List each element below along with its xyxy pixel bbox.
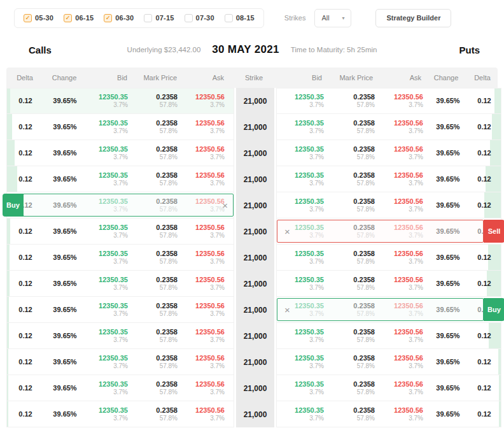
call-row: 0.12 39.65% 12350.353.7% 0.235857.8% 123…	[6, 114, 234, 140]
call-mark-price-cell: 0.235857.8%	[134, 224, 184, 239]
put-ask-cell[interactable]: 12350.563.7%	[380, 328, 428, 344]
strike-cell: 21,000	[236, 114, 274, 140]
expiration-checkbox-06-15[interactable]: ✓ 06-15	[64, 14, 94, 22]
expiration-checkbox-08-15[interactable]: 08-15	[225, 14, 255, 22]
call-bid-cell[interactable]: 12350.353.7%	[86, 406, 134, 422]
call-delta-cell: 0.12	[7, 306, 44, 314]
put-bid-cell[interactable]: 12350.353.7%	[277, 354, 329, 370]
close-icon[interactable]: ×	[284, 227, 290, 236]
put-ask-cell[interactable]: 12350.563.7%	[380, 380, 428, 396]
put-ask-cell[interactable]: 12350.563.7%	[380, 406, 428, 422]
call-delta-cell: 0.12	[7, 149, 44, 157]
put-bid-cell[interactable]: 12350.353.7%	[277, 93, 329, 109]
put-change-cell: 39.65%	[428, 332, 468, 340]
put-change-cell: 39.65%	[428, 358, 468, 366]
call-bid-cell[interactable]: 12350.353.7%	[86, 171, 134, 187]
table-row: 0.12 39.65% 12350.353.7% 0.235857.8% 123…	[6, 349, 498, 375]
call-selection-box	[23, 194, 234, 217]
put-bid-cell[interactable]: 12350.353.7%	[277, 197, 329, 213]
put-bid-cell[interactable]: 12350.353.7%	[277, 145, 329, 161]
table-row: 0.12 39.65% 12350.353.7% 0.235857.8% 123…	[6, 323, 498, 349]
call-buy-button[interactable]: Buy	[3, 194, 24, 217]
put-ask-cell[interactable]: 12350.563.7%	[380, 119, 428, 135]
put-row: 12350.353.7% 0.235857.8% 12350.563.7% 39…	[276, 140, 501, 166]
put-bid-cell[interactable]: 12350.353.7%	[277, 328, 329, 344]
call-bid-cell[interactable]: 12350.353.7%	[86, 93, 134, 109]
call-bid-cell[interactable]: 12350.353.7%	[86, 224, 134, 239]
put-mark-price-cell: 0.235857.8%	[329, 197, 380, 213]
call-mark-price-cell: 0.235857.8%	[134, 276, 184, 292]
strikes-filter: Strikes All ▾	[284, 9, 352, 27]
put-mark-price-cell: 0.235857.8%	[329, 354, 380, 370]
put-bid-cell[interactable]: 12350.353.7%	[277, 380, 329, 396]
call-ask-cell[interactable]: 12350.563.7%	[184, 380, 234, 396]
put-row: 12350.353.7% 0.235857.8% 12350.563.7% 39…	[276, 271, 501, 297]
put-row: 12350.353.7% 0.235857.8% 12350.563.7% 39…	[276, 401, 501, 427]
put-mark-price-cell: 0.235857.8%	[329, 93, 380, 109]
call-bid-cell[interactable]: 12350.353.7%	[86, 328, 134, 344]
strikes-select[interactable]: All ▾	[314, 9, 351, 27]
call-bid-cell[interactable]: 12350.353.7%	[86, 380, 134, 396]
call-bid-cell[interactable]: 12350.353.7%	[86, 302, 134, 318]
call-ask-cell[interactable]: 12350.563.7%	[184, 250, 234, 266]
table-row: 0.12 39.65% 12350.353.7% 0.235857.8% 123…	[6, 375, 498, 401]
call-ask-cell[interactable]: 12350.563.7%	[184, 276, 234, 292]
call-mark-price-cell: 0.235857.8%	[134, 93, 184, 109]
strike-cell: 21,000	[236, 271, 274, 297]
put-bid-cell[interactable]: 12350.353.7%	[277, 406, 329, 422]
expiration-checkbox-07-30[interactable]: 07-30	[185, 14, 214, 22]
expiration-checkbox-05-30[interactable]: ✓ 05-30	[24, 14, 53, 22]
time-to-maturity: Time to Maturity: 5h 25min	[291, 46, 377, 54]
put-sell-button[interactable]: Sell	[484, 220, 504, 243]
put-ask-cell[interactable]: 12350.563.7%	[380, 93, 428, 109]
table-row: 0.12 39.65% 12350.353.7% 0.235857.8% 123…	[6, 297, 498, 323]
close-icon[interactable]: ×	[284, 305, 290, 315]
put-buy-button[interactable]: Buy	[484, 298, 504, 321]
call-ask-cell[interactable]: 12350.563.7%	[184, 302, 234, 318]
expiration-label: 05-30	[35, 14, 53, 22]
expiration-checkbox-06-30[interactable]: ✓ 06-30	[104, 14, 134, 22]
strategy-builder-button[interactable]: Strategy Builder	[375, 9, 451, 27]
call-ask-cell[interactable]: 12350.563.7%	[184, 145, 234, 161]
put-selection-box	[277, 298, 484, 321]
put-delta-cell: 0.12	[468, 253, 501, 262]
put-bid-cell[interactable]: 12350.353.7%	[277, 119, 329, 135]
call-ask-cell[interactable]: 12350.563.7%	[184, 93, 234, 109]
close-icon[interactable]: ×	[222, 201, 228, 210]
call-ask-cell[interactable]: 12350.563.7%	[184, 354, 234, 370]
strike-cell: 21,000	[236, 401, 274, 427]
call-bid-cell[interactable]: 12350.353.7%	[86, 276, 134, 292]
call-ask-cell[interactable]: 12350.563.7%	[184, 328, 234, 344]
call-change-cell: 39.65%	[44, 410, 86, 418]
expiration-checkbox-07-15[interactable]: 07-15	[144, 14, 174, 22]
call-bid-cell[interactable]: 12350.353.7%	[86, 250, 134, 266]
call-bid-cell[interactable]: 12350.353.7%	[86, 145, 134, 161]
put-mark-price-cell: 0.235857.8%	[329, 171, 380, 187]
put-ask-cell[interactable]: 12350.563.7%	[380, 250, 428, 266]
call-ask-cell[interactable]: 12350.563.7%	[184, 224, 234, 239]
chevron-down-icon: ▾	[342, 15, 344, 21]
put-bid-cell[interactable]: 12350.353.7%	[277, 276, 329, 292]
call-mark-price-cell: 0.235857.8%	[134, 250, 184, 266]
put-ask-cell[interactable]: 12350.563.7%	[380, 171, 428, 187]
put-row: 12350.353.7% 0.235857.8% 12350.563.7% 39…	[276, 88, 501, 114]
put-ask-cell[interactable]: 12350.563.7%	[380, 145, 428, 161]
call-mark-price-cell: 0.235857.8%	[134, 354, 184, 370]
call-ask-cell[interactable]: 12350.563.7%	[184, 406, 234, 422]
put-mark-price-cell: 0.235857.8%	[329, 145, 380, 161]
checkbox-icon	[144, 14, 152, 22]
strike-cell: 21,000	[236, 218, 274, 245]
call-bid-cell[interactable]: 12350.353.7%	[86, 119, 134, 135]
call-change-cell: 39.65%	[44, 358, 86, 366]
put-ask-cell[interactable]: 12350.563.7%	[380, 197, 428, 213]
put-bid-cell[interactable]: 12350.353.7%	[277, 250, 329, 266]
put-ask-cell[interactable]: 12350.563.7%	[380, 354, 428, 370]
table-row: 0.12 39.65% 12350.353.7% 0.235857.8% 123…	[6, 218, 498, 245]
call-ask-cell[interactable]: 12350.563.7%	[184, 171, 234, 187]
table-row: 0.12 39.65% 12350.353.7% 0.235857.8% 123…	[6, 271, 498, 297]
put-ask-cell[interactable]: 12350.563.7%	[380, 276, 428, 292]
call-bid-cell[interactable]: 12350.353.7%	[86, 354, 134, 370]
put-bid-cell[interactable]: 12350.353.7%	[277, 171, 329, 187]
call-ask-cell[interactable]: 12350.563.7%	[184, 119, 234, 135]
call-row: 0.12 39.65% 12350.353.7% 0.235857.8% 123…	[6, 375, 234, 401]
